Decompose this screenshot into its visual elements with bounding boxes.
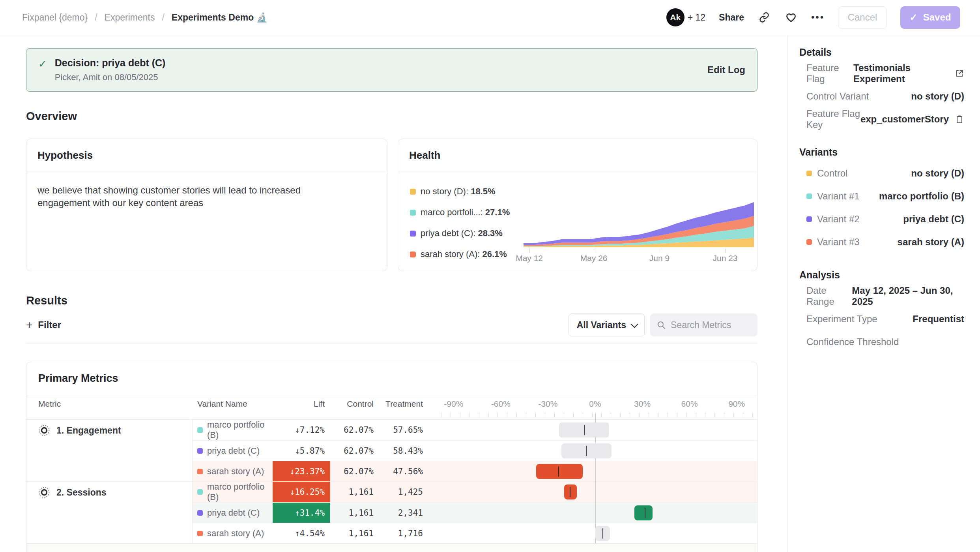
table-header-row: Metric Variant Name Lift Control Treatme…	[26, 395, 757, 413]
legend-swatch	[410, 231, 416, 237]
table-row[interactable]: priya debt (C)↑31.4%1,1612,341	[193, 502, 757, 523]
control-value: 62.07%	[330, 461, 379, 481]
lift-midline	[602, 528, 603, 539]
avatar[interactable]: Ak	[666, 8, 685, 26]
control-value: 62.07%	[330, 420, 379, 440]
table-row[interactable]: sarah story (A)↓23.37%62.07%47.56%	[193, 461, 757, 481]
variant-row: Variant #1marco portfolio (B)	[799, 185, 964, 208]
edit-log-button[interactable]: Edit Log	[707, 64, 745, 75]
decision-check-icon: ✓	[38, 58, 47, 83]
col-treatment: Treatment	[379, 395, 428, 413]
variant-row: Variant #3sarah story (A)	[799, 231, 964, 253]
col-variant-name: Variant Name	[193, 395, 273, 413]
table-row[interactable]: marco portfolio (B)↓16.25%1,1611,425	[193, 482, 757, 502]
variant-swatch	[197, 469, 203, 474]
collaborators[interactable]: Ak + 12	[666, 8, 705, 26]
lift-axis-label: 0%	[589, 399, 601, 409]
table-row[interactable]: marco portfolio (B)↓7.12%62.07%57.65%	[193, 420, 757, 440]
confidence-interval-cell	[436, 503, 757, 523]
variant-name-cell: marco portfolio (B)	[193, 482, 273, 502]
lift-value: ↓16.25%	[273, 482, 330, 502]
legend-swatch	[410, 252, 416, 257]
feature-flag-link[interactable]: Testimonials Experiment	[853, 62, 949, 84]
metric-group: 2. Sessionsmarco portfolio (B)↓16.25%1,1…	[26, 481, 757, 543]
confidence-interval-bar[interactable]	[561, 443, 612, 458]
saved-check-icon: ✓	[910, 12, 918, 23]
table-row[interactable]: sarah story (A)↑4.54%1,1611,716	[193, 523, 757, 543]
legend-item[interactable]: marco portfoli...: 27.1%	[410, 207, 521, 218]
variant-swatch	[197, 448, 203, 454]
confidence-interval-bar[interactable]	[595, 526, 610, 541]
breadcrumb-experiments[interactable]: Experiments	[105, 12, 155, 23]
variant-swatch	[197, 510, 203, 516]
lift-value: ↓5.87%	[273, 441, 330, 461]
cancel-button[interactable]: Cancel	[838, 6, 887, 29]
confidence-interval-cell	[436, 461, 757, 481]
metric-group: 1. Engagementmarco portfolio (B)↓7.12%62…	[26, 419, 757, 481]
legend-item[interactable]: no story (D): 18.5%	[410, 186, 521, 197]
lift-midline	[558, 466, 559, 477]
search-metrics-box[interactable]	[650, 314, 757, 336]
breadcrumb-project[interactable]: Fixpanel {demo}	[22, 12, 88, 23]
overview-heading: Overview	[26, 110, 757, 123]
breadcrumb-separator: /	[162, 12, 164, 23]
more-menu-icon[interactable]: •••	[811, 11, 825, 24]
axis-ruler	[26, 413, 757, 419]
details-heading: Details	[799, 47, 964, 58]
lift-value: ↓23.37%	[273, 461, 330, 481]
legend-swatch	[410, 210, 416, 216]
analysis-row-experiment-type: Experiment Type Frequentist	[799, 308, 964, 330]
favorite-icon[interactable]	[784, 11, 798, 24]
treatment-value: 58.43%	[379, 441, 428, 461]
breadcrumb: Fixpanel {demo} / Experiments / Experime…	[22, 12, 267, 23]
search-metrics-input[interactable]	[671, 320, 750, 330]
stacked-area-chart	[524, 186, 754, 249]
legend-item[interactable]: sarah story (A): 26.1%	[410, 249, 521, 259]
add-metric-button[interactable]: + Add	[26, 543, 757, 552]
variant-swatch	[806, 193, 812, 199]
health-chart: May 12May 26Jun 9Jun 23	[521, 172, 757, 274]
hypothesis-body: we believe that showing customer stories…	[26, 172, 350, 222]
add-filter-button[interactable]: + Filter	[26, 319, 61, 330]
confidence-interval-bar[interactable]	[536, 464, 583, 479]
metric-name-cell[interactable]: 1. Engagement	[26, 420, 193, 481]
chevron-down-icon	[630, 320, 638, 328]
collaborator-count: + 12	[688, 12, 705, 23]
confidence-interval-cell	[436, 441, 757, 461]
control-value: 62.07%	[330, 441, 379, 461]
copy-link-icon[interactable]	[757, 11, 771, 24]
lift-axis-labels: -90%-60%-30%0%30%60%90%	[436, 395, 757, 413]
confidence-interval-bar[interactable]	[559, 422, 610, 437]
saved-button[interactable]: ✓ Saved	[900, 6, 960, 29]
share-button[interactable]: Share	[719, 12, 744, 23]
variant-swatch	[806, 239, 812, 245]
table-row[interactable]: priya debt (C)↓5.87%62.07%58.43%	[193, 440, 757, 461]
metric-name-cell[interactable]: 2. Sessions	[26, 482, 193, 543]
external-link-icon[interactable]	[955, 69, 964, 78]
variant-name-cell: marco portfolio (B)	[193, 420, 273, 440]
legend-item[interactable]: priya debt (C): 28.3%	[410, 228, 521, 238]
confidence-interval-bar[interactable]	[634, 505, 653, 520]
legend-swatch	[410, 189, 416, 195]
variant-value: priya debt (C)	[903, 214, 964, 225]
lift-value: ↑4.54%	[273, 523, 330, 543]
variant-value: sarah story (A)	[898, 237, 964, 248]
copy-clipboard-icon[interactable]	[955, 115, 964, 124]
variant-name-cell: priya debt (C)	[193, 503, 273, 523]
health-legend: no story (D): 18.5%marco portfoli...: 27…	[398, 172, 521, 274]
all-variants-dropdown[interactable]: All Variants	[569, 314, 645, 336]
treatment-value: 2,341	[379, 503, 428, 523]
col-lift: Lift	[273, 395, 330, 413]
decision-title: Decision: priya debt (C)	[55, 57, 166, 69]
lift-midline	[584, 425, 585, 435]
analysis-row-confidence-threshold: Confidence Threshold	[799, 330, 964, 353]
metric-target-icon	[38, 424, 50, 436]
decision-meta: Picker, Amit on 08/05/2025	[55, 72, 166, 83]
detail-row-control-variant: Control Variant no story (D)	[799, 85, 964, 108]
variant-row: Variant #2priya debt (C)	[799, 208, 964, 231]
variant-name-cell: priya debt (C)	[193, 441, 273, 461]
decision-banner: ✓ Decision: priya debt (C) Picker, Amit …	[26, 48, 757, 92]
confidence-interval-bar[interactable]	[564, 484, 577, 499]
lift-midline	[645, 508, 645, 518]
health-title: Health	[398, 139, 757, 172]
